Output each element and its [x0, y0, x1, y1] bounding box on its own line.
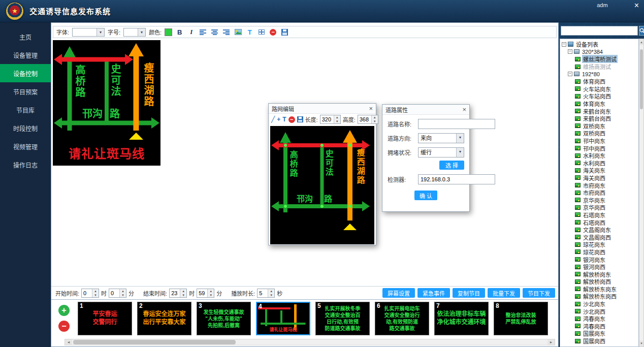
spinner-down-icon[interactable]: ▼: [372, 119, 378, 123]
remove-program-button[interactable]: −: [58, 321, 70, 332]
font-select[interactable]: ▾: [72, 28, 105, 37]
device-tree-node[interactable]: 石塔岗西: [560, 218, 638, 226]
tree-collapse-icon[interactable]: [568, 49, 572, 54]
layout-button[interactable]: [257, 27, 266, 37]
device-tree-node[interactable]: 石塔岗东: [560, 211, 638, 219]
device-tree-node[interactable]: 火车站岗东: [560, 85, 638, 93]
device-tree-node[interactable]: 邗中岗东: [560, 137, 638, 145]
duration-stepper[interactable]: ▲▼: [257, 289, 275, 298]
italic-button[interactable]: I: [187, 27, 196, 37]
select-detector-button[interactable]: 选 择: [439, 161, 464, 170]
device-tree-node[interactable]: 鸿春岗东: [560, 315, 638, 323]
device-tree-node[interactable]: 鸿春岗西: [560, 323, 638, 330]
device-tree-node[interactable]: 体育岗东: [560, 100, 638, 108]
spinner-down-icon[interactable]: ▼: [120, 293, 126, 297]
sidebar-item[interactable]: 设备控制: [0, 64, 51, 82]
device-tree-node[interactable]: 琼花岗西: [560, 248, 638, 256]
sidebar-item[interactable]: 操作日志: [0, 155, 51, 174]
color-swatch[interactable]: [165, 28, 172, 36]
device-tree-node[interactable]: 来鹤台岗西: [560, 115, 638, 122]
end-minute-stepper[interactable]: ▲▼: [197, 289, 214, 298]
scrollbar-track[interactable]: [72, 339, 548, 345]
roadnet-dialog-titlebar[interactable]: 路网编辑 ×: [269, 104, 376, 114]
save-button[interactable]: [280, 27, 289, 37]
spinner-up-icon[interactable]: ▲: [208, 289, 214, 293]
program-thumbnail[interactable]: 2 春运安全连万家 出行平安靠大家: [137, 302, 191, 335]
sidebar-item[interactable]: 设备管理: [0, 46, 51, 64]
action-button[interactable]: 屏幕设置: [382, 288, 415, 298]
roadprops-dialog-titlebar[interactable]: 道路属性 ×: [382, 105, 469, 115]
device-tree-node[interactable]: 双桥岗西: [560, 130, 638, 137]
align-center-button[interactable]: [210, 27, 219, 37]
device-tree-node[interactable]: 192*80: [560, 70, 638, 78]
device-tree-node[interactable]: 解放桥岗东: [560, 270, 638, 278]
spinner-down-icon[interactable]: ▼: [268, 293, 274, 297]
device-tree-node[interactable]: 银河岗西: [560, 263, 638, 271]
sidebar-item[interactable]: 节目预案: [0, 82, 51, 101]
scroll-down-icon[interactable]: ▼: [639, 340, 643, 346]
device-tree-node[interactable]: 银河岗东: [560, 256, 638, 263]
program-thumbnail[interactable]: 3 发生轻微交通事故 "人未伤,车能动" 先拍照,后撤离: [197, 302, 251, 335]
add-road-icon[interactable]: +: [277, 115, 280, 123]
device-tree-node[interactable]: 国展岗东: [560, 330, 638, 337]
delete-button[interactable]: −: [269, 27, 277, 37]
confirm-button[interactable]: 确 认: [414, 191, 437, 200]
align-left-button[interactable]: [199, 27, 207, 37]
program-thumbnail[interactable]: 1 平安春运 交警同行: [78, 302, 132, 335]
device-tree-node[interactable]: 国展岗西: [560, 337, 638, 345]
device-tree-node[interactable]: 维扬商测试: [560, 63, 638, 71]
scroll-up-icon[interactable]: ▲: [639, 39, 643, 45]
scrollbar-thumb[interactable]: [640, 49, 643, 109]
program-thumbnail[interactable]: 6 扎实开展电动车 交通安全整治行 动,有效预防道 路交通事故: [375, 302, 429, 335]
device-tree-node[interactable]: 琼花岗东: [560, 241, 638, 248]
vertical-scrollbar[interactable]: ▲ ▼: [639, 39, 644, 347]
device-tree-node[interactable]: 市府岗西: [560, 189, 638, 197]
device-tree-node[interactable]: 水利岗东: [560, 152, 638, 160]
scroll-left-icon[interactable]: ◄: [65, 339, 72, 345]
scroll-right-icon[interactable]: ►: [548, 339, 555, 345]
device-tree-node[interactable]: 螺丝湾桥测试: [560, 55, 638, 63]
spinner-down-icon[interactable]: ▼: [208, 293, 214, 297]
close-icon[interactable]: ×: [462, 106, 466, 113]
spinner-down-icon[interactable]: ▼: [92, 293, 99, 297]
start-hour-stepper[interactable]: ▲▼: [81, 289, 99, 298]
device-tree-node[interactable]: 海关岗东: [560, 167, 638, 174]
spinner-up-icon[interactable]: ▲: [180, 289, 186, 293]
action-button[interactable]: 批量下发: [488, 288, 520, 298]
device-tree-node[interactable]: 市府岗东: [560, 181, 638, 189]
save-road-button[interactable]: [297, 115, 303, 123]
program-thumbnail[interactable]: 4 请礼让斑马线: [256, 302, 310, 335]
text-tool-icon[interactable]: T: [282, 115, 286, 123]
device-tree-node[interactable]: 京华岗东: [560, 196, 638, 204]
tree-collapse-icon[interactable]: [562, 42, 566, 47]
device-tree-node[interactable]: 沙北岗东: [560, 300, 638, 308]
device-tree-node[interactable]: 文昌阁岗东: [560, 226, 638, 234]
device-tree-node[interactable]: 解放桥东岗西: [560, 293, 638, 300]
height-stepper[interactable]: ▲▼: [358, 115, 378, 124]
spinner-down-icon[interactable]: ▼: [334, 119, 340, 123]
device-tree-node[interactable]: 体育岗西: [560, 78, 638, 85]
device-tree-node[interactable]: 解放桥东岗东: [560, 286, 638, 293]
text-tool-button[interactable]: T: [245, 27, 254, 37]
program-thumbnail[interactable]: 8 整治非法改装 严禁乱停乱放: [494, 302, 548, 335]
action-button[interactable]: 节目下发: [523, 288, 555, 298]
congestion-select[interactable]: 缓行▾: [418, 147, 464, 157]
action-button[interactable]: 紧急事件: [417, 288, 450, 298]
scrollbar-thumb[interactable]: [73, 340, 236, 344]
align-right-button[interactable]: [222, 27, 231, 37]
add-program-button[interactable]: +: [58, 305, 70, 316]
detector-input[interactable]: [418, 174, 495, 184]
device-tree-node[interactable]: 来鹤台岗东: [560, 107, 638, 115]
length-stepper[interactable]: ▲▼: [320, 115, 341, 124]
program-thumbnail[interactable]: 7 依法治理非标车辆 净化城市交通环境: [434, 302, 489, 335]
bold-button[interactable]: B: [175, 27, 184, 37]
sign-preview[interactable]: 高桥路 史可法 邗沟 路 瘦西湖路 请礼让斑马线: [53, 40, 160, 166]
spinner-up-icon[interactable]: ▲: [334, 115, 340, 119]
delete-road-button[interactable]: −: [288, 115, 295, 123]
sidebar-item[interactable]: 时段控制: [0, 119, 51, 137]
spinner-up-icon[interactable]: ▲: [372, 115, 378, 119]
road-direction-select[interactable]: 来向▾: [418, 133, 464, 143]
spinner-up-icon[interactable]: ▲: [120, 289, 126, 293]
roadnet-canvas[interactable]: 高桥路 史可法 邗沟 路 瘦西湖路: [270, 126, 374, 244]
username[interactable]: adm: [597, 2, 607, 8]
